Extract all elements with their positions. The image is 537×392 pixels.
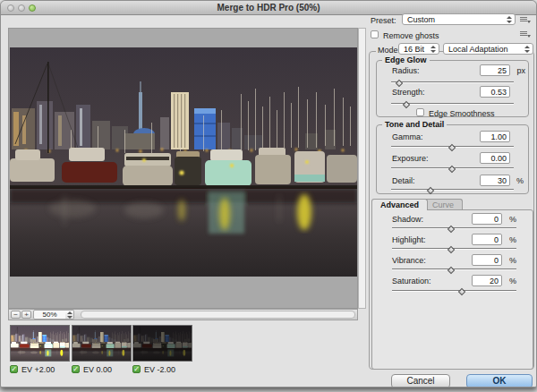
shadow-slider-thumb[interactable] [447, 225, 454, 232]
method-dropdown[interactable]: Local Adaptation [443, 43, 533, 55]
saturation-value[interactable]: 20 [472, 275, 502, 286]
ghosts-menu-icon[interactable] [520, 30, 531, 38]
preset-label: Preset: [371, 16, 396, 25]
thumbnail-ev-plus2[interactable] [10, 325, 70, 362]
zoom-level-value[interactable]: 50% [33, 310, 66, 320]
gamma-slider[interactable] [391, 144, 514, 150]
tone-detail-groupbox: Tone and Detail Gamma: 1.00 Exposure: 0.… [376, 124, 529, 194]
dropdown-arrows-icon [429, 45, 437, 54]
highlight-slider-thumb[interactable] [447, 245, 454, 252]
ev-label: EV +2.00 [21, 365, 55, 374]
strength-label: Strength: [392, 88, 425, 97]
exposure-label: Exposure: [392, 154, 429, 163]
vertical-scrollbar[interactable] [358, 28, 366, 309]
detail-unit: % [516, 176, 524, 185]
thumbnail-ev-0[interactable] [72, 325, 132, 362]
saturation-slider-thumb[interactable] [458, 287, 465, 294]
tone-detail-title: Tone and Detail [382, 120, 447, 129]
detail-slider[interactable] [391, 187, 514, 193]
advanced-tab-panel: Shadow: 0 % Highlight: 0 % Vibrance: 0 %… [371, 209, 533, 370]
preset-menu-icon[interactable] [520, 15, 531, 24]
radius-slider-thumb[interactable] [395, 79, 402, 86]
edge-smoothness-checkbox[interactable] [416, 108, 424, 116]
exposure-value[interactable]: 0.00 [480, 152, 510, 164]
bit-depth-dropdown[interactable]: 16 Bit [398, 43, 439, 55]
dropdown-arrows-icon [523, 45, 531, 54]
remove-ghosts-label: Remove ghosts [383, 31, 439, 40]
vibrance-slider[interactable] [392, 267, 516, 273]
shadow-slider[interactable] [392, 226, 516, 232]
shadow-label: Shadow: [392, 215, 423, 224]
hdr-preview-image [10, 47, 357, 277]
saturation-unit: % [509, 277, 516, 285]
highlight-value[interactable]: 0 [472, 234, 502, 245]
strength-slider[interactable] [391, 101, 514, 107]
strength-slider-thumb[interactable] [403, 100, 410, 107]
horizontal-scrollbar[interactable] [81, 311, 355, 319]
shadow-unit: % [509, 215, 516, 224]
radius-slider[interactable] [391, 80, 514, 86]
detail-label: Detail: [392, 176, 415, 185]
edge-glow-title: Edge Glow [382, 55, 430, 64]
preview-canvas[interactable] [8, 28, 358, 309]
vibrance-value[interactable]: 0 [472, 254, 502, 266]
radius-label: Radius: [392, 66, 420, 75]
detail-slider-thumb[interactable] [427, 186, 434, 193]
thumbnail-ev-minus2[interactable] [132, 325, 192, 362]
thumbnail-check-row: ✓ EV 0.00 [72, 365, 127, 374]
checkbox-ev-0[interactable]: ✓ [72, 365, 80, 373]
zoom-level-stepper[interactable] [65, 310, 74, 320]
vibrance-unit: % [509, 256, 516, 265]
tab-curve[interactable]: Curve [423, 199, 463, 209]
edge-glow-groupbox: Edge Glow Radius: 25 px Strength: 0.53 E… [376, 60, 529, 117]
merge-to-hdr-pro-dialog: Merge to HDR Pro (50%) − + 50% ✓ EV +2.0… [0, 0, 537, 388]
ev-label: EV 0.00 [83, 365, 112, 374]
highlight-label: Highlight: [392, 235, 426, 244]
gamma-slider-thumb[interactable] [448, 143, 455, 150]
saturation-slider[interactable] [392, 288, 516, 294]
checkbox-ev-minus2[interactable]: ✓ [132, 365, 141, 373]
shadow-value[interactable]: 0 [472, 213, 502, 225]
edge-smoothness-label: Edge Smoothness [429, 109, 495, 118]
checkbox-ev-plus2[interactable]: ✓ [10, 365, 18, 373]
hdr-settings-panel: Preset: Custom Remove ghosts Mode: 16 Bi… [366, 1, 537, 388]
strength-value[interactable]: 0.53 [480, 86, 510, 98]
vibrance-label: Vibrance: [392, 256, 426, 265]
cancel-button[interactable]: Cancel [391, 374, 450, 388]
remove-ghosts-checkbox[interactable] [371, 30, 379, 38]
saturation-label: Saturation: [392, 277, 431, 285]
radius-unit: px [516, 66, 525, 75]
detail-value[interactable]: 30 [480, 175, 510, 186]
radius-value[interactable]: 25 [480, 64, 510, 76]
zoom-in-button[interactable]: + [21, 311, 31, 319]
dropdown-arrows-icon [505, 15, 513, 24]
highlight-unit: % [509, 235, 516, 244]
highlight-slider[interactable] [392, 246, 516, 252]
preset-dropdown[interactable]: Custom [402, 13, 516, 25]
ev-label: EV -2.00 [144, 365, 175, 374]
vibrance-slider-thumb[interactable] [447, 266, 454, 273]
zoom-out-button[interactable]: − [11, 311, 21, 319]
gamma-value[interactable]: 1.00 [480, 131, 510, 142]
thumbnail-check-row: ✓ EV +2.00 [10, 365, 65, 374]
exposure-slider-thumb[interactable] [448, 165, 455, 172]
exposure-slider[interactable] [391, 166, 514, 172]
thumbnail-check-row: ✓ EV -2.00 [132, 365, 188, 374]
gamma-label: Gamma: [392, 132, 423, 141]
zoom-bar: − + 50% [8, 309, 358, 320]
tab-advanced[interactable]: Advanced [371, 199, 428, 210]
ok-button[interactable]: OK [466, 374, 533, 388]
